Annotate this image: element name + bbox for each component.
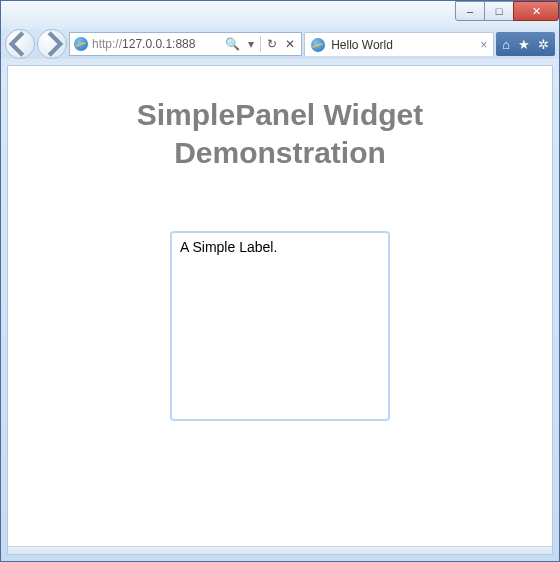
heading-line2: Demonstration — [174, 136, 386, 169]
toolbar-icons: ⌂ ★ ✲ — [496, 32, 555, 56]
minimize-button[interactable]: – — [455, 1, 485, 21]
url-host: 127.0.0.1:888 — [122, 37, 195, 51]
nav-row: http://127.0.0.1:888 🔍 ▾ ↻ ✕ Hello World… — [1, 29, 559, 59]
maximize-button[interactable]: □ — [484, 1, 514, 21]
tab-favicon — [311, 38, 325, 52]
page-body: SimplePanel Widget Demonstration A Simpl… — [8, 66, 552, 451]
navbar: http://127.0.0.1:888 🔍 ▾ ↻ ✕ Hello World… — [1, 26, 559, 62]
back-button[interactable] — [5, 29, 35, 59]
forward-button[interactable] — [37, 29, 67, 59]
divider — [260, 36, 261, 52]
heading-line1: SimplePanel Widget — [137, 98, 423, 131]
tab-close-button[interactable]: × — [480, 38, 487, 52]
close-button[interactable]: ✕ — [513, 1, 559, 21]
search-icon[interactable]: 🔍 — [223, 37, 242, 51]
titlebar: – □ ✕ — [1, 1, 559, 29]
dropdown-icon[interactable]: ▾ — [246, 37, 256, 51]
simple-panel: A Simple Label. — [170, 231, 390, 421]
ie-icon — [74, 37, 88, 51]
url-text: http://127.0.0.1:888 — [92, 37, 219, 51]
settings-icon[interactable]: ✲ — [538, 37, 549, 52]
home-icon[interactable]: ⌂ — [502, 37, 510, 52]
refresh-button[interactable]: ↻ — [265, 37, 279, 51]
address-bar[interactable]: http://127.0.0.1:888 🔍 ▾ ↻ ✕ — [69, 32, 302, 56]
tab-title: Hello World — [331, 38, 393, 52]
panel-label: A Simple Label. — [180, 239, 380, 255]
page-heading: SimplePanel Widget Demonstration — [28, 96, 532, 171]
tab-hello-world[interactable]: Hello World × — [304, 32, 494, 56]
favorites-icon[interactable]: ★ — [518, 37, 530, 52]
window-controls: – □ ✕ — [456, 1, 559, 21]
statusbar — [8, 546, 552, 554]
stop-button[interactable]: ✕ — [283, 37, 297, 51]
page-content: SimplePanel Widget Demonstration A Simpl… — [7, 65, 553, 555]
browser-window: – □ ✕ http://127.0.0.1:888 🔍 ▾ ↻ ✕ — [0, 0, 560, 562]
url-protocol: http:// — [92, 37, 122, 51]
